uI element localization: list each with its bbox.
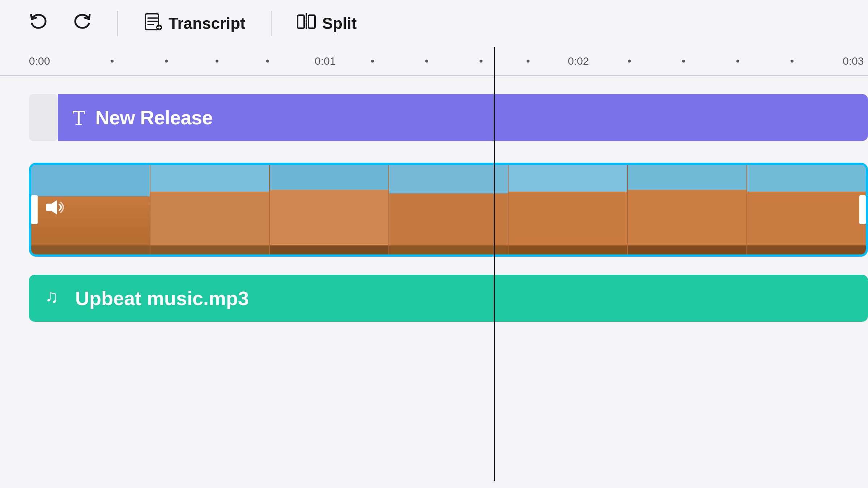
video-thumb-4 — [389, 165, 509, 254]
undo-redo-group — [22, 8, 99, 39]
split-button[interactable]: Split — [290, 9, 364, 39]
audio-clip[interactable]: ♫ Upbeat music.mp3 — [29, 275, 868, 322]
ruler-mark-2: 0:02 — [568, 55, 589, 67]
ruler-mark-3: 0:03 — [843, 55, 864, 67]
svg-text:♫: ♫ — [45, 286, 59, 307]
tracks-area: T New Release — [0, 76, 868, 351]
redo-button[interactable] — [66, 8, 99, 39]
video-thumb-2 — [150, 165, 270, 254]
split-icon — [297, 12, 316, 35]
video-track-row — [29, 163, 868, 257]
video-thumbnails — [31, 165, 866, 254]
video-thumb-6 — [628, 165, 747, 254]
svg-rect-7 — [298, 15, 304, 28]
svg-rect-8 — [309, 15, 315, 28]
video-clip[interactable] — [29, 163, 868, 257]
video-thumb-7 — [747, 165, 866, 254]
text-clip[interactable]: T New Release — [58, 94, 868, 141]
ruler-mark-1: 0:01 — [315, 55, 336, 67]
undo-button[interactable] — [22, 8, 55, 39]
split-label: Split — [322, 14, 357, 33]
video-audio-icon — [44, 197, 66, 223]
audio-clip-icon: ♫ — [43, 285, 65, 311]
toolbar: Transcript Split — [0, 0, 868, 47]
video-left-handle[interactable] — [31, 195, 38, 224]
text-track-handle — [29, 94, 58, 141]
video-right-handle[interactable] — [859, 195, 866, 224]
transcript-button[interactable]: Transcript — [136, 9, 253, 39]
svg-rect-10 — [46, 204, 51, 211]
audio-clip-label: Upbeat music.mp3 — [75, 287, 249, 309]
transcript-label: Transcript — [169, 14, 246, 33]
transcript-icon — [143, 12, 162, 35]
text-clip-icon: T — [72, 106, 85, 130]
timeline: 0:00 0:01 0:02 0:03 — [0, 47, 868, 351]
text-clip-label: New Release — [95, 106, 213, 129]
video-thumb-3 — [270, 165, 389, 254]
divider-1 — [117, 11, 118, 36]
text-track-row: T New Release — [29, 90, 868, 145]
audio-track-row: ♫ Upbeat music.mp3 — [29, 275, 868, 322]
divider-2 — [271, 11, 272, 36]
video-thumb-5 — [509, 165, 628, 254]
ruler-mark-0: 0:00 — [29, 55, 50, 67]
timeline-ruler[interactable]: 0:00 0:01 0:02 0:03 — [0, 47, 868, 76]
